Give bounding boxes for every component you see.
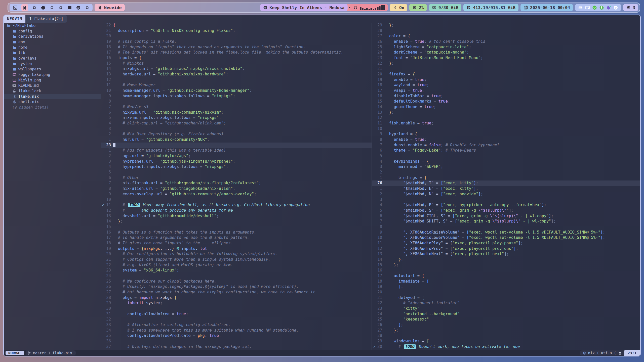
code-line[interactable]: 15 [101,224,372,230]
tree-item-shell.nix[interactable]: shell.nix [4,99,101,105]
code-line[interactable]: 19 # This config is a Flake. [101,39,372,44]
code-line[interactable]: 7 dunst.enable = false; # Disable for hy… [372,143,640,148]
code-line[interactable]: 13 hardware.url = "github:nixos/nixos-ha… [101,72,372,77]
code-line[interactable]: 14 }; [101,219,372,224]
cpu-widget[interactable]: 2% [409,4,427,11]
clock-widget[interactable]: 2025-06-18 00:04 [520,4,573,11]
code-line[interactable]: 28 [372,28,640,34]
code-line[interactable]: 22 # e.g. NixOS (linux) and MacOS (darwi… [101,262,372,268]
code-line[interactable]: 9 home-manager.inputs.nixpkgs.follows = … [101,94,372,99]
code-line[interactable]: 18 immediate = [ [372,279,640,284]
code-line[interactable]: 19 enable = true; [372,77,640,83]
keyboard-icon[interactable] [578,5,583,10]
code-line[interactable]: 21 delayed = [ [372,295,640,301]
workspace-button-1[interactable] [12,5,18,10]
code-line[interactable]: 18 # It depends on "inputs" that are pas… [101,44,372,50]
code-line[interactable]: 17 # The inputs' git revisions get locke… [101,50,372,55]
code-line[interactable]: 12 [372,115,640,121]
code-line[interactable]: 4 "$mainMod, P" = ["exec, hyprpicker --a… [372,202,640,208]
code-line[interactable]: 3 hyprpanel.url = "github:jas-singhfsu/h… [101,159,372,164]
code-line[interactable]: 35 config.allowUnfreePredicate = pkg: tr… [101,333,372,339]
disk-widget[interactable]: 413.19/915.81 GiB [463,4,518,11]
code-line[interactable]: 28 [372,333,640,339]
code-line[interactable]: 2 # Nix User Repository (e.g. Firefox ad… [101,131,372,137]
code-line[interactable]: 3 main-mod = "SUPER"; [372,164,640,170]
bluetooth-widget[interactable]: On [390,4,407,11]
tree-item-flake.lock[interactable]: flake.lock [4,88,101,94]
code-line[interactable]: 30 [101,306,372,311]
code-line[interactable]: 11 fish.enable = true; [372,121,640,126]
active-window-title[interactable]: Neovide [95,4,125,11]
code-line[interactable]: 5 nixvim.inputs.nixpkgs.follows = "nixpk… [101,115,372,121]
code-line[interactable]: 27 # but because we want to change the n… [101,290,372,295]
code-line[interactable]: 24 [101,273,372,279]
code-line[interactable]: 18 wayland = true; [372,82,640,88]
workspace-button-2[interactable] [21,4,28,11]
code-line[interactable]: 9 ", XF86AudioRaiseVolume" = ["exec, wpc… [372,230,640,235]
editor-right-pane[interactable]: 29 };2827 color = {26 enable = true; # Y… [372,23,640,350]
code-line[interactable]: 15 defaultBookmarks = true; [372,99,640,104]
code-line[interactable]: 6 "$mainMod CTRL, S" = ["exec, grim -g \… [372,213,640,219]
code-line[interactable]: 8 nix-alien.url = "github:thiagokokada/n… [101,186,372,192]
code-line[interactable]: 1 bindings = { [372,175,640,181]
code-line[interactable]: 9 hyprland = { [372,131,640,137]
code-line[interactable]: 4 # blink-cmp.url = "github:saghen/blink… [101,121,372,126]
code-line[interactable]: 29 inherit system; [101,300,372,306]
workspace-button-5[interactable] [49,5,55,10]
workspace-button-8[interactable] [75,5,81,10]
code-line[interactable]: 29 windowrules = [ [372,339,640,344]
code-line[interactable]: 24 darkScheme = "catppuccin-mocha"; [372,50,640,55]
code-line[interactable]: 28 pkgs = import nixpkgs { [101,295,372,301]
spotify-now-playing[interactable]: Keep Shelly In Athens - Medusa [260,4,347,11]
workspace-button-6[interactable] [58,5,63,10]
code-line[interactable]: 8 [372,224,640,230]
code-line[interactable]: 8 [101,99,372,104]
code-line[interactable]: 15 # Nixpkgs [101,61,372,66]
code-line[interactable]: 17 vaapi = true; [372,88,640,94]
code-line[interactable]: 5 [372,153,640,159]
workspace-button-7[interactable] [67,5,72,10]
tree-item-lib[interactable]: lib [4,50,101,56]
screen-lock-icon[interactable] [585,5,590,10]
tree-item-README.md[interactable]: README.md [4,83,101,88]
code-line[interactable]: 23 [101,143,372,148]
code-line[interactable]: 20 [101,33,372,39]
tree-item-home[interactable]: home [4,45,101,50]
code-line[interactable]: 4 hyprpanel.inputs.nixpkgs.follows = "ni… [101,164,372,170]
code-line[interactable]: 7 "$mainMod SHIFT, S" = ["exec, grim -g … [372,219,640,224]
code-line[interactable]: 6 # Other [101,175,372,181]
code-line[interactable]: 9 emacs-overlay.url = "github:nix-commun… [101,192,372,197]
code-line[interactable]: 31 config.allowUnfree = true; [101,311,372,317]
code-line[interactable]: 1 nur.url = "github:nix-community/NUR"; [101,137,372,143]
tree-root[interactable]: ~/NixFlake [4,23,101,28]
tree-item-Foggy-Lake.png[interactable]: Foggy-Lake.png [4,72,101,77]
code-line[interactable]: 11 ", XF86AudioPlay" = ["exec, playerctl… [372,241,640,246]
tree-item-flake.nix[interactable]: flake.nix [4,94,101,99]
code-line[interactable]: 29 }; [372,23,640,28]
code-line[interactable]: 3 [101,126,372,132]
code-line[interactable]: 2 [372,170,640,175]
code-line[interactable]: 10 [101,197,372,203]
code-line[interactable]: 6 theme = "Foggy-Lake"; # Three-Bears [372,148,640,153]
code-line[interactable]: 12 ", XF86AudioPrev" = ["exec, playerctl… [372,246,640,252]
code-line[interactable]: 12 [101,77,372,83]
code-line[interactable]: 36 [101,339,372,344]
code-line[interactable]: 8 enable = true; [372,137,640,143]
code-line[interactable]: 13 devshell.url = "github:numtide/devshe… [101,213,372,219]
code-line[interactable]: 10 home-manager.url = "github:nix-commun… [101,88,372,94]
code-line[interactable]: 25 "keepassxc" [372,317,640,322]
code-line[interactable]: 20 firefox = { [372,72,640,77]
audio-visualizer[interactable] [350,4,388,11]
editor-left-pane[interactable]: 22{21 description = "ChUrl's NixOS confi… [101,23,372,350]
code-line[interactable]: 4 keybindings = { [372,159,640,164]
code-line[interactable]: 13 ", XF86AudioNext" = ["exec, playerctl… [372,251,640,257]
code-line[interactable]: 7 nix-flatpak.url = "github:gmodena/nix-… [101,180,372,186]
code-line[interactable]: 22{ [101,23,372,28]
code-line[interactable]: 22 }; [372,61,640,66]
code-line[interactable]: 21 # Configs can support more than a sin… [101,257,372,262]
code-line[interactable]: 7 # NeoVim <3 [101,104,372,110]
tree-item-wallpapers[interactable]: wallpapers [4,66,101,72]
buffer-tab[interactable]: 1 flake.nix[2+] [25,15,67,23]
code-line[interactable]: 16 [372,268,640,273]
code-line[interactable]: 24 "nextcloud --background" [372,311,640,317]
